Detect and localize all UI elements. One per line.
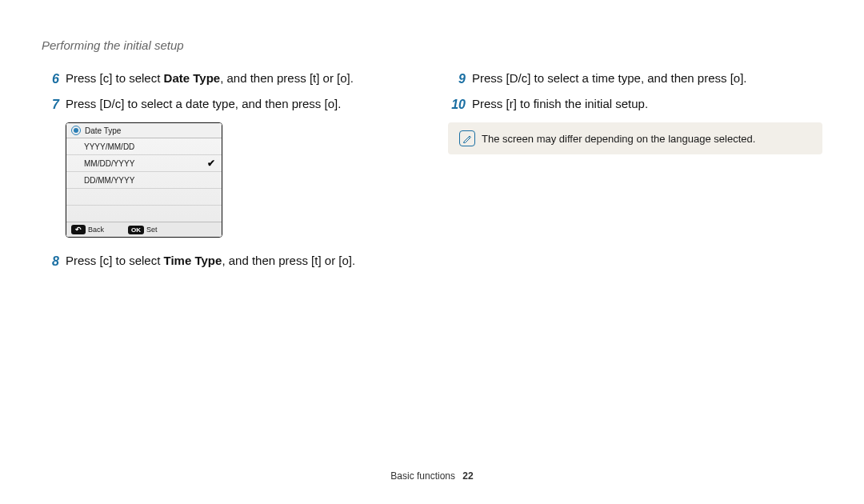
screen-option-row: YYYY/MM/DD	[66, 138, 222, 155]
step-text: Press [D/c] to select a date type, and t…	[66, 95, 416, 114]
step-text: Press [c] to select Date Type, and then …	[66, 70, 416, 88]
step-9: 9 Press [D/c] to select a time type, and…	[448, 70, 822, 89]
note-icon	[459, 130, 475, 146]
step-10: 10 Press [r] to finish the initial setup…	[448, 95, 822, 114]
page-footer: Basic functions 22	[0, 470, 864, 482]
camera-screen-mockup: Date Type YYYY/MM/DD MM/DD/YYYY ✔ DD/MM/…	[66, 122, 222, 238]
button-ref: o	[340, 70, 346, 88]
note-text: The screen may differ depending on the l…	[482, 133, 755, 145]
button-ref: o	[328, 95, 334, 114]
left-column: 6 Press [c] to select Date Type, and the…	[42, 70, 416, 278]
button-ref: o	[342, 252, 348, 270]
step-text: Press [D/c] to select a time type, and t…	[472, 70, 822, 88]
step-text: Press [r] to finish the initial setup.	[472, 95, 822, 114]
back-icon: ↶	[71, 225, 86, 234]
footer-section: Basic functions	[390, 470, 455, 482]
step-number: 9	[448, 70, 466, 89]
step-6: 6 Press [c] to select Date Type, and the…	[42, 70, 416, 89]
step-number: 10	[448, 95, 466, 114]
page-title: Performing the initial setup	[42, 38, 822, 52]
ok-icon: OK	[128, 226, 144, 234]
screen-footer: ↶ Back OK Set	[66, 222, 222, 237]
note-box: The screen may differ depending on the l…	[448, 122, 822, 154]
target-icon	[71, 126, 81, 135]
step-7: 7 Press [D/c] to select a date type, and…	[42, 95, 416, 114]
step-number: 7	[42, 95, 59, 114]
footer-page-number: 22	[462, 470, 473, 482]
screen-option-row: MM/DD/YYYY ✔	[66, 155, 222, 172]
button-ref: D	[103, 95, 112, 114]
right-column: 9 Press [D/c] to select a time type, and…	[448, 70, 822, 278]
screen-option-row-empty	[66, 189, 222, 206]
screen-option-row-empty	[66, 206, 222, 222]
step-8: 8 Press [c] to select Time Type, and the…	[42, 252, 416, 271]
step-number: 6	[42, 70, 59, 89]
screen-option-list: YYYY/MM/DD MM/DD/YYYY ✔ DD/MM/YYYY	[66, 138, 222, 222]
back-button-indicator: ↶ Back	[71, 225, 104, 234]
screen-header: Date Type	[66, 123, 222, 138]
check-icon: ✔	[207, 158, 215, 169]
button-ref: o	[734, 70, 740, 88]
screen-title: Date Type	[85, 126, 121, 135]
set-button-indicator: OK Set	[128, 226, 158, 234]
step-text: Press [c] to select Time Type, and then …	[66, 252, 416, 270]
step-number: 8	[42, 252, 59, 271]
screen-option-row: DD/MM/YYYY	[66, 172, 222, 189]
button-ref: D	[510, 70, 518, 88]
